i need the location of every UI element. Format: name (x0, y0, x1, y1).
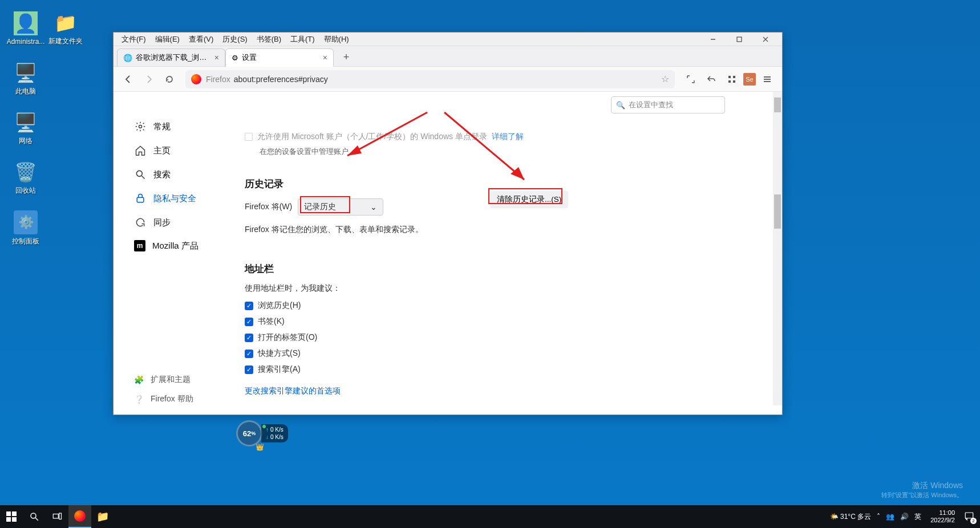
maximize-button[interactable] (726, 33, 752, 46)
hamburger-menu-icon[interactable] (758, 70, 776, 88)
recycle-bin-icon: 🗑️ (14, 161, 37, 184)
bookmark-star-icon[interactable]: ☆ (661, 74, 669, 84)
minimize-button[interactable] (700, 33, 726, 46)
menubar: 文件(F) 编辑(E) 查看(V) 历史(S) 书签(B) 工具(T) 帮助(H… (114, 33, 782, 46)
svg-line-24 (35, 518, 38, 521)
start-button[interactable] (0, 505, 23, 528)
url-prefix: Firefox (206, 75, 230, 84)
weather-widget[interactable]: 🌤️ 31°C 多云 (830, 512, 872, 522)
checkbox-checked-icon: ✓ (245, 350, 253, 358)
tray-people-icon[interactable]: 👥 (886, 513, 894, 521)
checkbox-bookmarks[interactable]: ✓ 书签(K) (245, 316, 748, 327)
tab-close-icon[interactable]: × (214, 53, 219, 62)
reload-button[interactable] (160, 70, 179, 88)
sidebar-label: 搜索 (153, 169, 171, 180)
sidebar-item-mozilla[interactable]: m Mozilla 产品 (129, 234, 233, 257)
forward-button[interactable] (140, 70, 158, 88)
settings-search-input[interactable]: 🔍 在设置中查找 (611, 96, 725, 113)
url-text: about:preferences#privacy (234, 75, 661, 84)
screenshot-icon[interactable] (682, 70, 700, 88)
history-mode-dropdown[interactable]: 记录历史 ⌄ (298, 198, 383, 216)
search-button[interactable] (23, 505, 46, 528)
tray-clock[interactable]: 11:00 2022/9/2 (930, 509, 955, 524)
gear-icon: ⚙ (232, 54, 238, 62)
menu-help[interactable]: 帮助(H) (319, 33, 354, 46)
sidebar-extensions[interactable]: 🧩 扩展和主题 (129, 370, 233, 389)
menu-bookmarks[interactable]: 书签(B) (252, 33, 286, 46)
desktop-icon-control-panel[interactable]: ⚙️ 控制面板 (6, 210, 46, 246)
tab-close-icon[interactable]: × (323, 53, 327, 62)
chevron-down-icon: ⌄ (370, 202, 377, 212)
selenium-icon[interactable]: Se (743, 73, 756, 86)
checkbox-search-engines[interactable]: ✓ 搜索引擎(A) (245, 364, 748, 375)
tab-settings[interactable]: ⚙ 设置 × (225, 48, 334, 67)
desktop-icon-recycle[interactable]: 🗑️ 回收站 (6, 161, 46, 196)
taskbar-firefox[interactable] (68, 505, 91, 528)
mozilla-icon: m (134, 240, 145, 251)
menu-tools[interactable]: 工具(T) (286, 33, 319, 46)
clear-history-button[interactable]: 清除历史记录...(S) (490, 191, 568, 208)
sidebar-item-privacy[interactable]: 隐私与安全 (129, 186, 233, 210)
close-button[interactable] (752, 33, 779, 46)
desktop-icon-network[interactable]: 🖥️ 网络 (6, 111, 46, 146)
firefox-icon (74, 510, 86, 522)
activate-windows-watermark: 激活 Windows 转到"设置"以激活 Windows。 (881, 481, 963, 499)
sidebar-help[interactable]: ❔ Firefox 帮助 (129, 389, 233, 409)
change-search-link[interactable]: 更改搜索引擎建议的首选项 (245, 386, 341, 396)
urlbar[interactable]: Firefox about:preferences#privacy ☆ (185, 70, 675, 88)
learn-more-link[interactable]: 详细了解 (492, 132, 524, 142)
svg-rect-6 (728, 80, 731, 83)
menu-file[interactable]: 文件(F) (117, 33, 151, 46)
checkbox-shortcuts[interactable]: ✓ 快捷方式(S) (245, 348, 748, 359)
scrollbar-thumb[interactable] (774, 98, 781, 112)
truncated-sso-row: 允许使用 Microsoft 账户（个人/工作/学校）的 Windows 单点登… (245, 132, 748, 142)
search-icon: 🔍 (616, 101, 625, 109)
svg-rect-21 (6, 517, 11, 522)
svg-point-23 (31, 513, 36, 518)
sidebar-item-home[interactable]: 主页 (129, 139, 233, 163)
arrow-up-icon: ↑ (266, 426, 269, 433)
toolbar: Firefox about:preferences#privacy ☆ Se (114, 67, 782, 92)
scrollbar-thumb[interactable] (774, 194, 781, 229)
sidebar-item-sync[interactable]: 同步 (129, 210, 233, 234)
desktop-icon-admin[interactable]: 👤 Administra... (6, 11, 46, 46)
notification-button[interactable]: 2 (964, 511, 974, 523)
tab-chrome-download[interactable]: 🌐 谷歌浏览器下载_浏览器官网入口 × (117, 48, 225, 67)
new-tab-button[interactable]: + (338, 50, 354, 66)
taskbar: 📁 🌤️ 31°C 多云 ˄ 👥 🔊 英 11:00 2022/9/2 2 (0, 505, 980, 528)
netspeed-widget[interactable]: 62% ↑0 K/s ↓0 K/s 👑 (236, 420, 288, 446)
svg-rect-4 (728, 76, 731, 78)
dropdown-value: 记录历史 (304, 202, 336, 212)
svg-point-11 (139, 125, 142, 128)
checkbox-open-tabs[interactable]: ✓ 打开的标签页(O) (245, 332, 748, 343)
sync-icon (134, 216, 147, 229)
addressbar-section-title: 地址栏 (245, 262, 748, 275)
tray-volume-icon[interactable]: 🔊 (900, 513, 909, 521)
checkbox-checked-icon: ✓ (245, 318, 253, 326)
sidebar-item-search[interactable]: 搜索 (129, 163, 233, 186)
sidebar-label: 同步 (153, 217, 171, 228)
back-button[interactable] (119, 70, 137, 88)
settings-sidebar: 常规 主页 搜索 隐私与安全 同步 m Mozilla 产品 (114, 92, 233, 415)
desktop-icon-thispc[interactable]: 🖥️ 此电脑 (6, 62, 46, 96)
menu-view[interactable]: 查看(V) (184, 33, 218, 46)
arrow-down-icon: ↓ (266, 433, 269, 441)
menu-history[interactable]: 历史(S) (218, 33, 252, 46)
apps-grid-icon[interactable] (723, 70, 741, 88)
desktop-icon-folder[interactable]: 📁 新建文件夹 (46, 11, 86, 46)
checkbox-browsing-history[interactable]: ✓ 浏览历史(H) (245, 300, 748, 311)
taskview-button[interactable] (46, 505, 68, 528)
svg-rect-25 (53, 514, 58, 519)
scrollbar-track[interactable] (773, 92, 782, 405)
sidebar-item-general[interactable]: 常规 (129, 115, 233, 139)
undo-icon[interactable] (702, 70, 720, 88)
crown-icon: 👑 (256, 443, 264, 451)
menu-edit[interactable]: 编辑(E) (151, 33, 184, 46)
svg-point-12 (136, 170, 142, 176)
tray-chevron-icon[interactable]: ˄ (877, 513, 880, 521)
home-icon (134, 144, 147, 157)
control-panel-icon: ⚙️ (14, 210, 38, 234)
tray-ime[interactable]: 英 (914, 512, 921, 522)
taskbar-explorer[interactable]: 📁 (91, 505, 114, 528)
checkbox-icon[interactable] (245, 133, 253, 141)
